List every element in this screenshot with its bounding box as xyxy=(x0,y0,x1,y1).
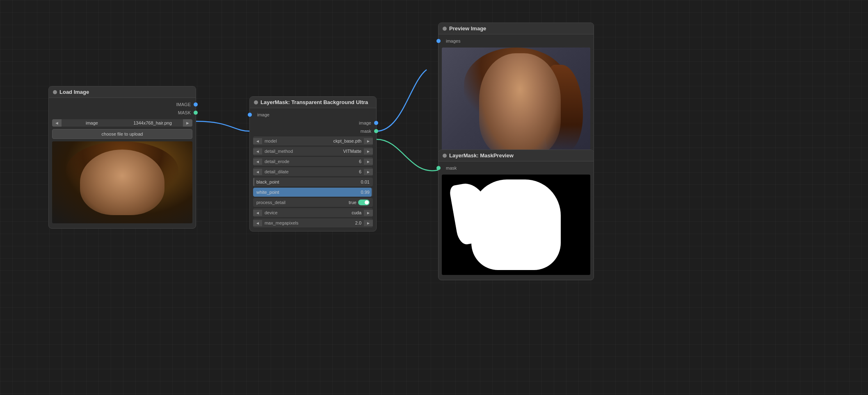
param-value-detail-erode: 6 xyxy=(356,158,364,165)
param-label-model: model xyxy=(262,138,331,144)
port-row-image-in: image xyxy=(250,111,376,119)
param-arrow-right-detail-method[interactable]: ► xyxy=(364,148,373,154)
slider-row-white-point[interactable]: white_point 0.99 xyxy=(253,188,373,197)
port-connector-mask-in[interactable] xyxy=(436,166,441,170)
port-row-mask-out: MASK xyxy=(49,109,196,117)
param-label-device: device xyxy=(262,209,349,216)
port-connector-mask-out[interactable] xyxy=(194,111,198,115)
maskpreview-body: mask xyxy=(439,161,594,280)
port-row-image-out: IMAGE xyxy=(49,100,196,109)
param-label-detail-dilate: detail_dilate xyxy=(262,168,356,175)
maskpreview-title: LayerMask: MaskPreview xyxy=(449,152,514,159)
param-value-device: cuda xyxy=(349,209,364,216)
param-value-model: ckpt_base.pth xyxy=(331,138,364,144)
port-connector-image-out[interactable] xyxy=(194,102,198,107)
port-connector-mask-out-lm[interactable] xyxy=(374,129,378,133)
param-arrow-right-model[interactable]: ► xyxy=(364,138,373,144)
slider-value-black-point: 0.01 xyxy=(361,179,370,184)
maskpreview-header: LayerMask: MaskPreview xyxy=(439,150,594,161)
load-image-body: IMAGE MASK ◄ image 1344x768_hair.png ► c… xyxy=(49,98,196,228)
param-arrow-right-detail-erode[interactable]: ► xyxy=(364,159,373,165)
slider-row-black-point[interactable]: black_point 0.01 xyxy=(253,177,373,186)
slider-value-white-point: 0.99 xyxy=(361,190,370,195)
load-image-preview xyxy=(52,141,192,223)
preview-status-dot xyxy=(443,27,447,31)
port-row-image-out-lm: image xyxy=(250,119,376,127)
file-selector-arrow-right[interactable]: ► xyxy=(183,119,192,127)
port-label-image-out: IMAGE xyxy=(176,102,191,107)
layermask-header: LayerMask: Transparent Background Ultra xyxy=(250,97,376,108)
layermask-title: LayerMask: Transparent Background Ultra xyxy=(260,99,368,105)
slider-label-black-point: black_point xyxy=(256,179,279,184)
toggle-label-process-detail: process_detail xyxy=(256,200,349,205)
maskpreview-node: LayerMask: MaskPreview mask xyxy=(438,150,594,280)
port-connector-images-in[interactable] xyxy=(436,39,441,43)
param-label-detail-erode: detail_erode xyxy=(262,158,356,165)
port-label-mask-in: mask xyxy=(446,166,457,170)
preview-image-header: Preview Image xyxy=(439,23,594,34)
param-label-detail-method: detail_method xyxy=(262,148,341,154)
file-selector[interactable]: ◄ image 1344x768_hair.png ► xyxy=(52,119,192,127)
port-row-images-in: images xyxy=(439,37,594,45)
load-image-node: Load Image IMAGE MASK ◄ image 1344x768_h… xyxy=(48,86,196,229)
param-label-max-megapixels: max_megapixels xyxy=(262,220,353,226)
port-label-image-out-lm: image xyxy=(359,120,371,125)
param-arrow-right-device[interactable]: ► xyxy=(364,210,373,216)
param-arrow-left-detail-dilate[interactable]: ◄ xyxy=(253,169,262,175)
load-image-header: Load Image xyxy=(49,86,196,98)
file-selector-arrow-left[interactable]: ◄ xyxy=(52,119,62,127)
param-arrow-right-detail-dilate[interactable]: ► xyxy=(364,169,373,175)
connection-layermask-to-preview xyxy=(377,70,427,131)
port-label-mask-out: MASK xyxy=(178,110,191,115)
mask-preview-canvas xyxy=(442,175,590,275)
param-arrow-left-device[interactable]: ◄ xyxy=(253,210,262,216)
layermask-body: image image mask ◄ model ckpt_base.pth ►… xyxy=(250,108,376,231)
param-value-detail-method: VITMatte xyxy=(340,148,364,154)
choose-file-button[interactable]: choose file to upload xyxy=(52,129,192,139)
node-status-dot xyxy=(53,90,57,94)
preview-image-canvas xyxy=(442,48,590,162)
file-selector-filename: 1344x768_hair.png xyxy=(122,119,183,127)
load-image-title: Load Image xyxy=(59,89,89,95)
port-label-images-in: images xyxy=(446,39,460,43)
param-row-model: ◄ model ckpt_base.pth ► xyxy=(253,136,373,145)
preview-image-node: Preview Image images xyxy=(438,23,594,168)
param-arrow-left-model[interactable]: ◄ xyxy=(253,138,262,144)
param-row-max-megapixels: ◄ max_megapixels 2.0 ► xyxy=(253,218,373,227)
param-value-detail-dilate: 6 xyxy=(356,168,364,175)
connection-image-to-layermask xyxy=(196,121,249,131)
param-arrow-right-max-megapixels[interactable]: ► xyxy=(364,220,373,226)
port-row-mask-out-lm: mask xyxy=(250,127,376,135)
slider-label-white-point: white_point xyxy=(256,190,279,195)
toggle-row-process-detail: process_detail true xyxy=(253,198,373,207)
preview-image-body: images xyxy=(439,34,594,167)
param-arrow-left-detail-erode[interactable]: ◄ xyxy=(253,159,262,165)
maskpreview-status-dot xyxy=(443,154,447,158)
preview-image-title: Preview Image xyxy=(449,25,486,32)
layermask-status-dot xyxy=(254,100,258,104)
port-connector-image-out-lm[interactable] xyxy=(374,121,378,125)
toggle-switch-process-detail[interactable] xyxy=(358,200,370,205)
param-value-max-megapixels: 2.0 xyxy=(353,220,364,226)
port-label-image-in: image xyxy=(257,112,270,117)
port-row-mask-in: mask xyxy=(439,164,594,172)
file-selector-type: image xyxy=(62,119,122,127)
param-row-detail-erode: ◄ detail_erode 6 ► xyxy=(253,157,373,166)
port-label-mask-out-lm: mask xyxy=(361,129,371,134)
param-row-detail-method: ◄ detail_method VITMatte ► xyxy=(253,147,373,156)
layermask-node: LayerMask: Transparent Background Ultra … xyxy=(249,96,377,232)
param-arrow-left-max-megapixels[interactable]: ◄ xyxy=(253,220,262,226)
param-row-detail-dilate: ◄ detail_dilate 6 ► xyxy=(253,167,373,176)
port-connector-image-in[interactable] xyxy=(248,113,252,117)
param-row-device: ◄ device cuda ► xyxy=(253,208,373,217)
connection-layermask-to-maskpreview xyxy=(377,139,438,171)
toggle-value-process-detail: true xyxy=(349,200,356,205)
param-arrow-left-detail-method[interactable]: ◄ xyxy=(253,148,262,154)
